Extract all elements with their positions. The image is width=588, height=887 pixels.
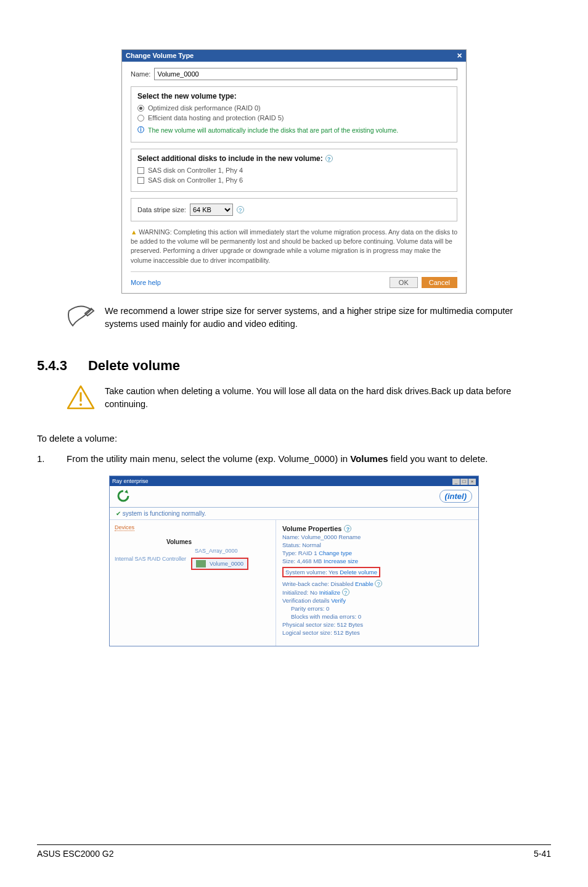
change-volume-type-dialog: Change Volume Type ✕ Name: Select the ne… (121, 49, 467, 294)
checkbox-phy4[interactable] (137, 167, 144, 174)
window-titlebar: Ray enterprise _□× (110, 476, 478, 486)
prop-log-sector: Logical sector size: 512 Bytes (282, 629, 472, 636)
prop-type: Type: RAID 1 Change type (282, 550, 472, 556)
select-type-heading: Select the new volume type: (137, 92, 451, 101)
prop-name: Name: Volume_0000 Rename (282, 534, 472, 540)
dialog-titlebar: Change Volume Type ✕ (122, 50, 466, 62)
footer-left: ASUS ESC2000 G2 (37, 849, 114, 859)
caution-text: Take caution when deleting a volume. You… (105, 385, 536, 411)
step-text-c: field you want to delete. (388, 453, 488, 464)
refresh-icon[interactable] (116, 489, 131, 503)
checkbox-phy4-label: SAS disk on Controller 1, Phy 4 (148, 167, 243, 174)
status-ok-icon: ✔ (116, 510, 121, 517)
window-title: Ray enterprise (112, 478, 149, 484)
help-icon[interactable]: ? (344, 525, 351, 532)
svg-point-1 (80, 403, 82, 406)
minimize-icon[interactable]: _ (452, 479, 460, 485)
close-icon[interactable]: ✕ (457, 52, 462, 60)
warning-icon: ▲ (131, 228, 137, 236)
prop-initialized: Initialized: No Initialize ? (282, 588, 472, 596)
radio-raid5-label: Efficient data hosting and protection (R… (148, 114, 284, 122)
caution-icon (67, 385, 95, 411)
warning-text: WARNING: Completing this action will imm… (131, 228, 457, 264)
ok-button[interactable]: OK (390, 277, 418, 288)
cancel-button[interactable]: Cancel (422, 277, 457, 288)
verify-link[interactable]: Verify (331, 597, 346, 604)
radio-raid0-label: Optimized disk performance (RAID 0) (148, 104, 261, 112)
volume-item-selected[interactable]: Volume_0000 (191, 558, 248, 570)
section-title: Delete volume (88, 358, 180, 374)
additional-disks-panel: Select additional disks to include in th… (131, 149, 457, 192)
prop-verification: Verification details Verify (282, 597, 472, 604)
array-item[interactable]: SAS_Array_0000 (195, 548, 248, 554)
note-pen-icon (67, 305, 95, 329)
increase-size-link[interactable]: Increase size (324, 558, 358, 564)
stripe-panel: Data stripe size: 64 KB ? (131, 198, 457, 221)
note-text: We recommend a lower stripe size for ser… (105, 305, 536, 331)
radio-raid5[interactable] (137, 115, 144, 122)
volume-properties-title: Volume Properties (282, 525, 341, 532)
status-strip: ✔ system is functioning normally. (110, 508, 478, 520)
prop-writeback: Write-back cache: Disabled Enable ? (282, 580, 472, 587)
change-type-link[interactable]: Change type (319, 550, 352, 556)
help-icon[interactable]: ? (325, 155, 333, 162)
utility-window: Ray enterprise _□× (intel) ✔ system is f… (109, 476, 479, 646)
drive-icon (196, 560, 206, 567)
checkbox-phy6-label: SAS disk on Controller 1, Phy 6 (148, 176, 243, 184)
stripe-label: Data stripe size: (137, 206, 186, 213)
close-icon[interactable]: × (468, 479, 476, 485)
controller-item[interactable]: Internal SAS RAID Controller (115, 556, 186, 562)
volume-type-panel: Select the new volume type: Optimized di… (131, 86, 457, 142)
prop-parity: Parity errors: 0 (291, 605, 472, 612)
help-icon[interactable]: ? (342, 588, 349, 596)
checkbox-phy6[interactable] (137, 177, 144, 184)
stripe-size-select[interactable]: 64 KB (190, 204, 233, 216)
volumes-header: Volumes (166, 538, 271, 545)
intel-logo: (intel) (439, 490, 472, 503)
footer-right: 5-41 (534, 849, 551, 859)
volume-properties-panel: Volume Properties ? Name: Volume_0000 Re… (276, 520, 478, 646)
prop-phys-sector: Physical sector size: 512 Bytes (282, 621, 472, 628)
devices-heading: Devices (115, 524, 134, 531)
prop-status: Status: Normal (282, 542, 472, 548)
volume-chip-label: Volume_0000 (210, 561, 243, 567)
info-icon: ⓘ (137, 125, 144, 134)
help-icon[interactable]: ? (375, 580, 382, 587)
step-text: From the utility main menu, select the v… (67, 452, 488, 466)
status-text: system is functioning normally. (123, 510, 206, 517)
help-icon[interactable]: ? (237, 206, 244, 213)
initialize-link[interactable]: Initialize (319, 589, 340, 596)
additional-disks-heading: Select additional disks to include in th… (137, 154, 323, 163)
radio-raid0[interactable] (137, 105, 144, 112)
section-number: 5.4.3 (37, 358, 67, 374)
delete-volume-link[interactable]: Delete volume (340, 569, 377, 576)
maximize-icon[interactable]: □ (460, 479, 468, 485)
name-label: Name: (131, 70, 150, 78)
prop-system-volume: System volume: Yes Delete volume (282, 567, 380, 577)
volume-name-input[interactable] (154, 68, 457, 80)
auto-include-note: The new volume will automatically includ… (148, 126, 398, 134)
prop-blocks: Blocks with media errors: 0 (291, 613, 472, 620)
more-help-link[interactable]: More help (131, 279, 161, 286)
step-text-a: From the utility main menu, select the v… (67, 453, 350, 464)
enable-wb-link[interactable]: Enable (355, 580, 374, 587)
dialog-title: Change Volume Type (126, 52, 194, 60)
prop-size: Size: 4,468 MB Increase size (282, 558, 472, 564)
step-number: 1. (37, 452, 49, 466)
intro-text: To delete a volume: (37, 433, 551, 444)
step-text-bold: Volumes (350, 453, 388, 464)
device-tree-panel: Devices Volumes Internal SAS RAID Contro… (110, 520, 276, 646)
